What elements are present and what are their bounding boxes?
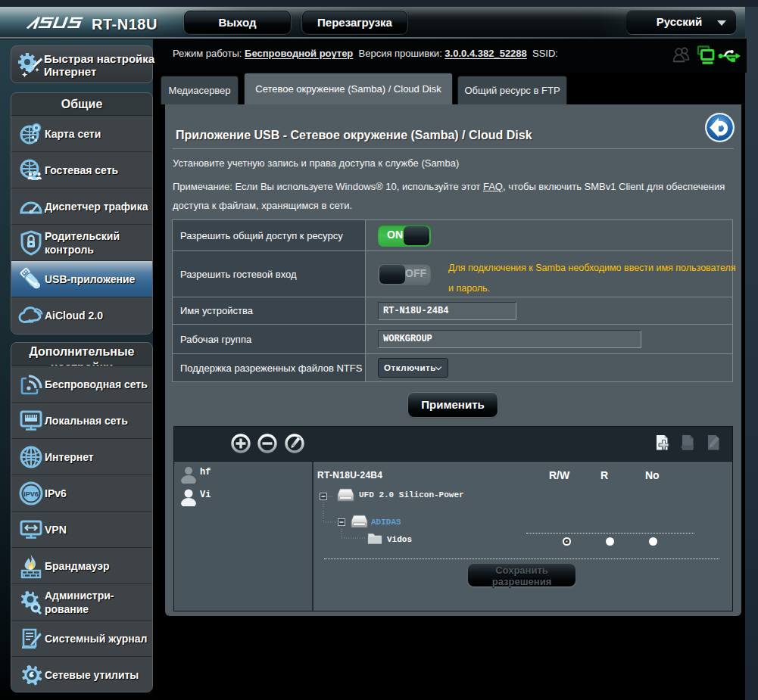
- svg-text:IPV6: IPV6: [23, 490, 39, 498]
